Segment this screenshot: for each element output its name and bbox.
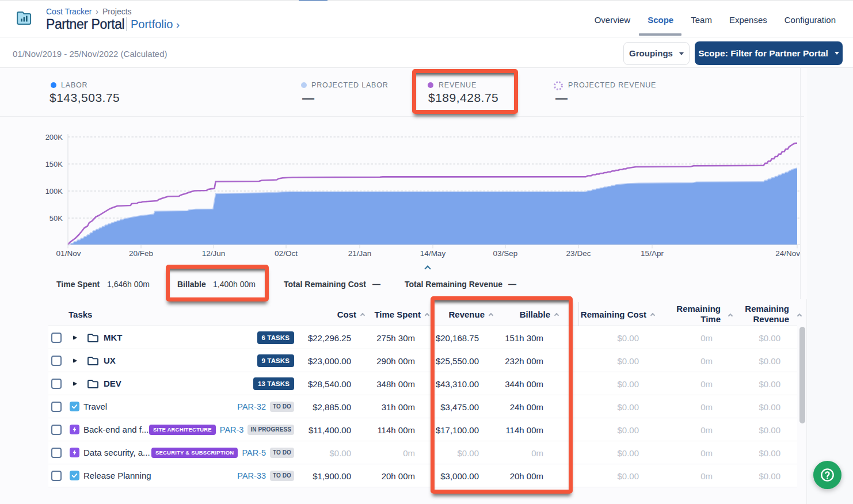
svg-text:15/Apr: 15/Apr [641, 249, 664, 258]
svg-text:12/Jun: 12/Jun [202, 249, 226, 258]
svg-text:100K: 100K [45, 187, 63, 196]
svg-text:03/Sep: 03/Sep [493, 249, 518, 258]
svg-text:50K: 50K [49, 214, 63, 223]
svg-text:200K: 200K [45, 133, 63, 142]
svg-text:150K: 150K [45, 160, 63, 169]
svg-text:23/Dec: 23/Dec [566, 249, 591, 258]
svg-text:02/Oct: 02/Oct [275, 249, 298, 258]
svg-text:24/Nov: 24/Nov [775, 249, 800, 258]
svg-text:21/Jan: 21/Jan [348, 249, 372, 258]
svg-text:01/Nov: 01/Nov [56, 249, 81, 258]
svg-text:20/Feb: 20/Feb [129, 249, 153, 258]
svg-text:14/May: 14/May [420, 249, 446, 258]
